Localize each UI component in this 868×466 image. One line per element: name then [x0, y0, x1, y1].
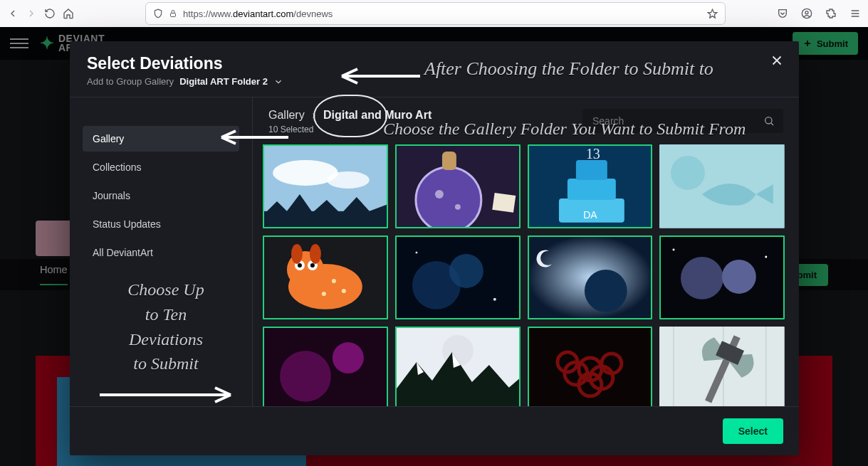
- back-button[interactable]: [7, 8, 19, 19]
- account-icon[interactable]: [801, 8, 812, 19]
- pocket-icon[interactable]: [777, 8, 788, 19]
- sidebar-item-collections[interactable]: Collections: [83, 154, 239, 180]
- destination-label: Add to Group Gallery: [87, 76, 174, 87]
- thumbnail-fish[interactable]: [659, 144, 785, 228]
- sidebar-item-status[interactable]: Status Updates: [83, 211, 239, 237]
- app-menu-icon[interactable]: [849, 8, 861, 19]
- sidebar-item-gallery[interactable]: Gallery: [83, 126, 239, 152]
- svg-point-22: [671, 156, 705, 190]
- source-sidebar: Gallery Collections Journals Status Upda…: [70, 97, 253, 406]
- svg-text:DA: DA: [583, 209, 597, 221]
- svg-rect-18: [575, 160, 607, 180]
- thumbnail-potion[interactable]: [395, 144, 521, 228]
- svg-rect-11: [442, 152, 456, 170]
- close-button[interactable]: [769, 53, 785, 68]
- thumbnail-moons[interactable]: [659, 235, 785, 319]
- lock-icon: [169, 9, 177, 18]
- svg-point-34: [322, 292, 326, 296]
- svg-point-39: [415, 251, 417, 253]
- svg-point-48: [280, 351, 331, 402]
- sidebar-item-all[interactable]: All DeviantArt: [83, 240, 239, 265]
- thumbnail-magenta[interactable]: [263, 327, 388, 406]
- svg-point-12: [435, 190, 444, 198]
- svg-point-6: [327, 171, 370, 189]
- svg-rect-17: [567, 179, 615, 200]
- svg-point-31: [310, 244, 321, 264]
- svg-point-13: [455, 204, 461, 210]
- breadcrumb[interactable]: Gallery › Digital and Muro Art: [268, 109, 432, 122]
- svg-point-30: [291, 244, 303, 264]
- star-icon[interactable]: [707, 9, 718, 19]
- svg-text:13: 13: [585, 146, 600, 161]
- search-box[interactable]: [582, 109, 783, 133]
- modal-header: Select Deviations Add to Group Gallery D…: [70, 41, 799, 97]
- svg-point-38: [493, 298, 496, 301]
- svg-point-33: [342, 289, 346, 293]
- search-icon: [763, 115, 775, 127]
- svg-point-41: [584, 270, 627, 312]
- sidebar-item-journals[interactable]: Journals: [83, 183, 239, 208]
- svg-point-44: [722, 260, 756, 294]
- thumbnail-sky[interactable]: [263, 144, 388, 228]
- selected-count: 10 Selected: [268, 125, 432, 134]
- thumbnail-grid: DA13: [263, 144, 785, 406]
- svg-point-28: [298, 263, 302, 268]
- svg-point-2: [805, 11, 808, 14]
- shield-icon: [153, 9, 163, 18]
- search-input[interactable]: [591, 115, 758, 127]
- svg-point-3: [765, 117, 772, 124]
- thumbnail-nebula2[interactable]: [528, 235, 653, 319]
- svg-point-46: [765, 255, 768, 258]
- thumbnail-mountain[interactable]: [395, 327, 521, 406]
- svg-point-32: [332, 279, 336, 283]
- svg-point-45: [673, 248, 675, 250]
- svg-rect-0: [171, 14, 176, 17]
- svg-point-29: [310, 263, 315, 268]
- svg-point-37: [449, 254, 483, 288]
- url-text: https://www.deviantart.com/devnews: [183, 9, 333, 19]
- destination-dropdown[interactable]: Add to Group Gallery Digital ART Folder …: [87, 76, 782, 87]
- destination-folder: Digital ART Folder 2: [179, 76, 268, 87]
- home-button[interactable]: [63, 8, 74, 19]
- thumbnail-nebula1[interactable]: [395, 235, 521, 319]
- chevron-down-icon: [273, 77, 283, 87]
- thumbnail-dog[interactable]: [263, 235, 388, 319]
- thumbnail-rose[interactable]: [528, 327, 653, 406]
- extensions-icon[interactable]: [825, 8, 837, 19]
- browser-toolbar: https://www.deviantart.com/devnews: [0, 0, 868, 28]
- modal-title: Select Deviations: [87, 54, 782, 73]
- select-button[interactable]: Select: [723, 418, 783, 444]
- svg-rect-14: [492, 193, 516, 213]
- svg-point-49: [333, 342, 364, 374]
- svg-point-43: [681, 257, 723, 300]
- select-deviations-modal: Select Deviations Add to Group Gallery D…: [70, 41, 799, 455]
- thumbnail-cake[interactable]: DA13: [528, 144, 653, 228]
- reload-button[interactable]: [44, 8, 56, 19]
- url-bar[interactable]: https://www.deviantart.com/devnews: [145, 2, 726, 25]
- thumbnail-hammer[interactable]: [659, 327, 785, 406]
- forward-button[interactable]: [26, 8, 37, 19]
